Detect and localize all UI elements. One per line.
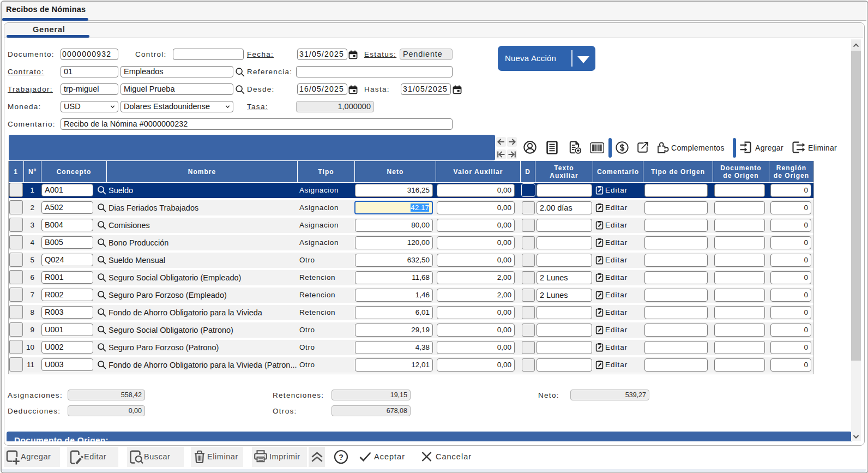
svg-text:?: ? xyxy=(339,453,343,462)
